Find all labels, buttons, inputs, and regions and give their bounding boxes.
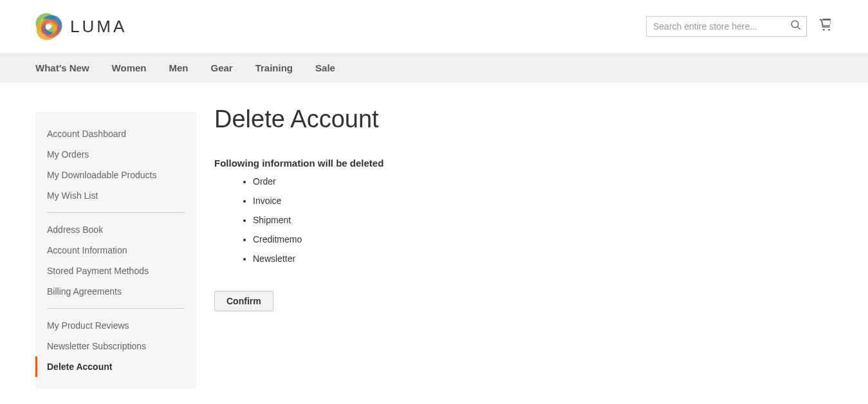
sidebar-item-delete-account[interactable]: Delete Account xyxy=(35,356,185,377)
sidebar-item-newsletter-subscriptions[interactable]: Newsletter Subscriptions xyxy=(47,336,185,356)
header-right xyxy=(646,16,833,37)
svg-point-7 xyxy=(828,29,830,31)
sidebar-item-wish-list[interactable]: My Wish List xyxy=(47,185,185,206)
nav-item-sale[interactable]: Sale xyxy=(315,53,335,83)
delete-list-item: Shipment xyxy=(253,210,833,230)
delete-list-item: Order xyxy=(253,172,833,191)
page-title: Delete Account xyxy=(214,106,833,133)
search-icon[interactable] xyxy=(790,19,802,33)
sidebar-item-my-orders[interactable]: My Orders xyxy=(47,144,185,165)
logo[interactable]: LUMA xyxy=(35,13,127,40)
sidebar-divider xyxy=(47,212,185,213)
sidebar-item-product-reviews[interactable]: My Product Reviews xyxy=(47,315,185,336)
header: LUMA xyxy=(0,0,868,53)
search-input[interactable] xyxy=(646,16,807,37)
svg-point-6 xyxy=(823,29,825,31)
confirm-button[interactable]: Confirm xyxy=(214,291,273,311)
svg-line-5 xyxy=(797,26,800,30)
sidebar-item-account-information[interactable]: Account Information xyxy=(47,240,185,261)
nav-item-training[interactable]: Training xyxy=(255,53,293,83)
sidebar-divider xyxy=(47,308,185,309)
sidebar-item-downloadable-products[interactable]: My Downloadable Products xyxy=(47,165,185,185)
logo-icon xyxy=(35,13,62,40)
sidebar-group-2: Address Book Account Information Stored … xyxy=(35,219,196,302)
main-content: Account Dashboard My Orders My Downloada… xyxy=(0,83,868,404)
delete-list-item: Creditmemo xyxy=(253,230,833,249)
logo-text: LUMA xyxy=(70,17,127,37)
content-area: Delete Account Following information wil… xyxy=(214,112,833,389)
delete-list: Order Invoice Shipment Creditmemo Newsle… xyxy=(214,172,833,268)
nav-item-gear[interactable]: Gear xyxy=(210,53,232,83)
svg-point-4 xyxy=(791,21,799,28)
sidebar-group-3: My Product Reviews Newsletter Subscripti… xyxy=(35,315,196,377)
sidebar-item-billing-agreements[interactable]: Billing Agreements xyxy=(47,281,185,302)
nav-item-men[interactable]: Men xyxy=(169,53,188,83)
sidebar-item-payment-methods[interactable]: Stored Payment Methods xyxy=(47,261,185,281)
section-heading: Following information will be deleted xyxy=(214,158,833,169)
sidebar-item-address-book[interactable]: Address Book xyxy=(47,219,185,240)
nav-bar: What's New Women Men Gear Training Sale xyxy=(0,53,868,83)
nav-item-women[interactable]: Women xyxy=(112,53,147,83)
sidebar-item-account-dashboard[interactable]: Account Dashboard xyxy=(47,124,185,144)
nav-list: What's New Women Men Gear Training Sale xyxy=(35,53,833,83)
delete-list-item: Newsletter xyxy=(253,249,833,268)
delete-list-item: Invoice xyxy=(253,191,833,210)
sidebar-group-1: Account Dashboard My Orders My Downloada… xyxy=(35,124,196,206)
search-box xyxy=(646,16,807,37)
cart-icon[interactable] xyxy=(818,18,833,35)
sidebar: Account Dashboard My Orders My Downloada… xyxy=(35,112,196,389)
nav-item-whats-new[interactable]: What's New xyxy=(35,53,89,83)
